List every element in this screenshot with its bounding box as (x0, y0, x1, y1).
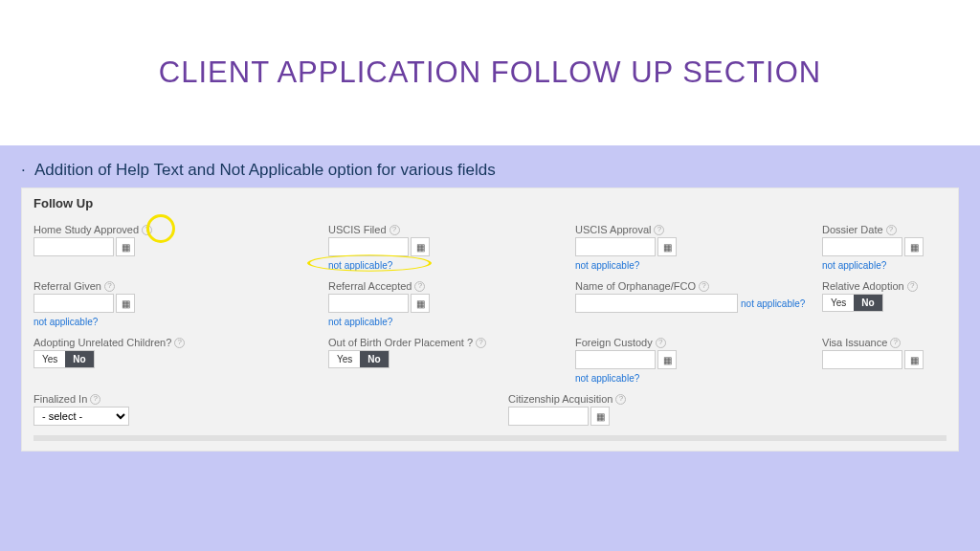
calendar-icon[interactable]: ▦ (657, 237, 677, 256)
field-orphanage: Name of Orphanage/FCO ? not applicable? (575, 280, 814, 327)
help-icon[interactable]: ? (90, 394, 100, 405)
toggle-yes[interactable]: Yes (329, 351, 360, 367)
row-3: Adopting Unrelated Children? ? Yes No Ou… (33, 337, 947, 384)
calendar-icon[interactable]: ▦ (411, 237, 430, 256)
relative-adoption-toggle[interactable]: Yes No (822, 294, 883, 312)
out-birth-order-toggle[interactable]: Yes No (328, 350, 390, 368)
toggle-no[interactable]: No (854, 295, 881, 311)
row-2: Referral Given ? ▦ not applicable? Refer… (33, 280, 947, 327)
label-text: Relative Adoption (822, 280, 904, 292)
slide-title: CLIENT APPLICATION FOLLOW UP SECTION (159, 55, 821, 90)
calendar-icon[interactable]: ▦ (590, 407, 610, 426)
label-uscis-approval: USCIS Approval ? (575, 224, 814, 235)
field-uscis-filed: USCIS Filed ? ▦ not applicable? (328, 224, 568, 271)
label-text: USCIS Approval (575, 224, 651, 235)
slide-header: CLIENT APPLICATION FOLLOW UP SECTION (0, 0, 980, 145)
calendar-icon[interactable]: ▦ (411, 294, 430, 313)
field-home-study: Home Study Approved ? ▦ (33, 224, 321, 271)
help-icon[interactable]: ? (104, 281, 115, 292)
foreign-custody-date-input[interactable] (575, 350, 656, 369)
calendar-icon[interactable]: ▦ (116, 237, 135, 256)
panel-bottom-bar (33, 435, 947, 441)
calendar-icon[interactable]: ▦ (904, 237, 924, 256)
label-referral-accepted: Referral Accepted ? (328, 280, 568, 292)
help-icon[interactable]: ? (615, 394, 626, 405)
field-visa-issuance: Visa Issuance ? ▦ (822, 337, 956, 384)
label-adopt-unrelated: Adopting Unrelated Children? ? (33, 337, 321, 348)
label-text: Dossier Date (822, 224, 883, 235)
field-uscis-approval: USCIS Approval ? ▦ not applicable? (575, 224, 814, 271)
label-out-birth-order: Out of Birth Order Placement ? ? (328, 337, 568, 348)
field-referral-given: Referral Given ? ▦ not applicable? (33, 280, 321, 327)
field-adopt-unrelated: Adopting Unrelated Children? ? Yes No (33, 337, 321, 384)
help-icon[interactable]: ? (656, 338, 666, 348)
field-finalized-in: Finalized In ? - select - (33, 393, 321, 426)
toggle-no[interactable]: No (65, 351, 93, 367)
not-applicable-link[interactable]: not applicable? (741, 298, 805, 309)
label-text: USCIS Filed (328, 224, 387, 235)
help-icon[interactable]: ? (890, 338, 901, 348)
not-applicable-link[interactable]: not applicable? (822, 260, 886, 271)
label-text: Citizenship Acquisition (508, 393, 612, 405)
label-finalized-in: Finalized In ? (33, 393, 321, 405)
toggle-no[interactable]: No (360, 351, 388, 367)
help-icon[interactable]: ? (886, 225, 897, 235)
adopt-unrelated-toggle[interactable]: Yes No (33, 350, 95, 368)
help-icon[interactable]: ? (699, 281, 709, 292)
help-icon[interactable]: ? (390, 225, 400, 235)
label-text: Referral Given (33, 280, 101, 292)
help-icon[interactable]: ? (654, 225, 664, 235)
label-text: Finalized In (33, 393, 87, 405)
label-text: Referral Accepted (328, 280, 412, 292)
label-text: Visa Issuance (822, 337, 887, 348)
label-referral-given: Referral Given ? (33, 280, 321, 292)
field-dossier-date: Dossier Date ? ▦ not applicable? (822, 224, 956, 271)
toggle-yes[interactable]: Yes (34, 351, 65, 367)
label-text: Home Study Approved (33, 224, 139, 235)
not-applicable-link[interactable]: not applicable? (575, 373, 639, 384)
bullet-text: Addition of Help Text and Not Applicable… (21, 161, 959, 180)
not-applicable-link[interactable]: not applicable? (328, 317, 392, 327)
referral-given-date-input[interactable] (33, 294, 114, 313)
label-relative-adoption: Relative Adoption ? (822, 280, 956, 292)
citizenship-date-input[interactable] (508, 407, 589, 426)
label-text: Adopting Unrelated Children? (33, 337, 171, 348)
label-visa-issuance: Visa Issuance ? (822, 337, 956, 348)
field-referral-accepted: Referral Accepted ? ▦ not applicable? (328, 280, 568, 327)
help-icon[interactable]: ? (476, 338, 486, 348)
uscis-approval-date-input[interactable] (575, 237, 656, 256)
help-icon[interactable]: ? (142, 225, 152, 235)
label-dossier-date: Dossier Date ? (822, 224, 956, 235)
calendar-icon[interactable]: ▦ (904, 350, 924, 369)
label-uscis-filed: USCIS Filed ? (328, 224, 568, 235)
calendar-icon[interactable]: ▦ (657, 350, 677, 369)
calendar-icon[interactable]: ▦ (116, 294, 135, 313)
toggle-yes[interactable]: Yes (823, 295, 854, 311)
uscis-filed-date-input[interactable] (328, 237, 409, 256)
not-applicable-link[interactable]: not applicable? (575, 260, 639, 271)
row-4: Finalized In ? - select - Citizenship Ac… (33, 393, 947, 426)
home-study-date-input[interactable] (33, 237, 114, 256)
referral-accepted-date-input[interactable] (328, 294, 409, 313)
label-text: Out of Birth Order Placement ? (328, 337, 473, 348)
label-orphanage: Name of Orphanage/FCO ? (575, 280, 814, 292)
label-home-study: Home Study Approved ? (33, 224, 321, 235)
label-text: Foreign Custody (575, 337, 653, 348)
help-icon[interactable]: ? (174, 338, 185, 348)
label-citizenship: Citizenship Acquisition ? (508, 393, 747, 405)
dossier-date-input[interactable] (822, 237, 902, 256)
panel-title: Follow Up (33, 196, 947, 210)
field-relative-adoption: Relative Adoption ? Yes No (822, 280, 956, 327)
slide-body: Addition of Help Text and Not Applicable… (0, 145, 980, 452)
not-applicable-link[interactable]: not applicable? (328, 260, 392, 271)
not-applicable-link[interactable]: not applicable? (33, 317, 98, 327)
field-citizenship: Citizenship Acquisition ? ▦ (508, 393, 747, 426)
finalized-in-select[interactable]: - select - (33, 407, 129, 426)
visa-issuance-date-input[interactable] (822, 350, 902, 369)
field-out-birth-order: Out of Birth Order Placement ? ? Yes No (328, 337, 568, 384)
help-icon[interactable]: ? (907, 281, 918, 292)
follow-up-panel: Follow Up Home Study Approved ? ▦ USCIS … (21, 187, 959, 452)
label-foreign-custody: Foreign Custody ? (575, 337, 814, 348)
orphanage-input[interactable] (575, 294, 738, 313)
help-icon[interactable]: ? (414, 281, 425, 292)
